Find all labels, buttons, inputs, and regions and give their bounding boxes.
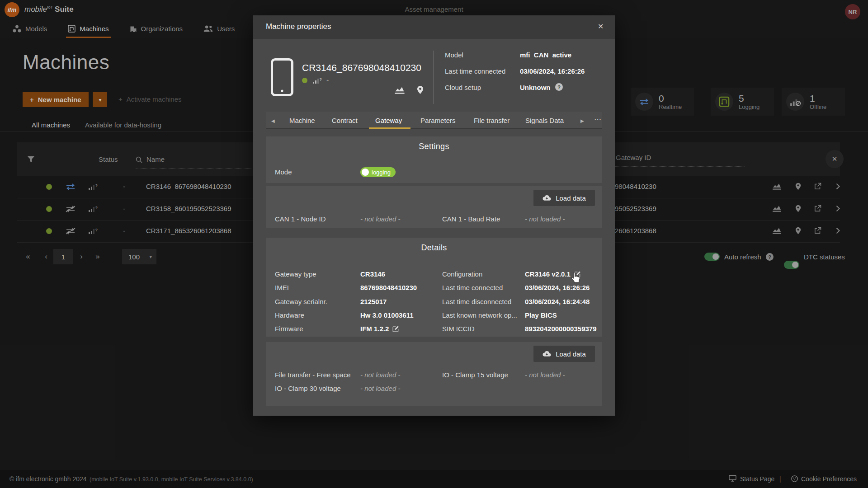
modal-machine-name: CR3146_867698048410230 <box>302 62 421 73</box>
tabs-scroll-left-icon[interactable]: ◀ <box>271 118 275 123</box>
free-space-label: File transfer - Free space <box>275 371 351 379</box>
info-divider <box>433 51 434 104</box>
firmware-value: IFM 1.2.2 <box>360 325 389 333</box>
cloud-download-icon <box>542 351 551 357</box>
clamp30-value: - not loaded - <box>360 385 400 392</box>
load-data-button[interactable]: Load data <box>533 190 595 206</box>
can1-baud-rate-value: - not loaded - <box>525 215 565 223</box>
hardware-value: Hw 3.0 01003611 <box>360 311 414 319</box>
can1-baud-rate-label: CAN 1 - Baud Rate <box>442 215 500 223</box>
firmware-value-row: IFM 1.2.2 <box>360 325 399 333</box>
configuration-value: CR3146 v2.0.1 <box>525 270 571 278</box>
tab-contract[interactable]: Contract <box>332 117 358 124</box>
firmware-label: Firmware <box>275 325 303 333</box>
more-tabs-icon[interactable]: ⋯ <box>594 115 601 123</box>
svg-text:?: ? <box>320 77 322 82</box>
load-data-label: Load data <box>556 350 586 358</box>
tab-parameters[interactable]: Parameters <box>420 117 456 124</box>
mouse-cursor <box>571 272 580 284</box>
free-space-value: - not loaded - <box>360 371 400 379</box>
imei-value: 867698048410230 <box>360 284 417 291</box>
imei-label: IMEI <box>275 284 289 291</box>
last-disconnected-value: 03/06/2024, 16:24:48 <box>525 298 590 305</box>
active-tab-underline <box>369 127 410 129</box>
sim-iccid-value: 8932042000000359379 <box>525 325 597 333</box>
tab-machine[interactable]: Machine <box>289 117 315 124</box>
can1-node-id-value: - not loaded - <box>360 215 400 223</box>
last-time-connected-value: 03/06/2024, 16:26:26 <box>520 67 585 75</box>
network-operator-label: Last known network op... <box>442 311 517 319</box>
configuration-label: Configuration <box>442 270 482 278</box>
modal-close-button[interactable]: ✕ <box>598 22 604 31</box>
last-disconnected-label: Last time disconnected <box>442 298 511 305</box>
tab-signals-data[interactable]: Signals Data <box>525 117 564 124</box>
device-tablet-icon <box>270 58 294 97</box>
hardware-label: Hardware <box>275 311 304 319</box>
gateway-serialnr-value: 2125017 <box>360 298 387 305</box>
tabs-scroll-right-icon[interactable]: ▶ <box>580 118 584 123</box>
settings-title: Settings <box>266 142 602 151</box>
tab-file-transfer[interactable]: File transfer <box>474 117 509 124</box>
details-last-connected-value: 03/06/2024, 16:26:26 <box>525 284 590 291</box>
network-operator-value: Play BICS <box>525 311 557 319</box>
load-data-button[interactable]: Load data <box>533 346 595 362</box>
cloud-download-icon <box>542 195 551 201</box>
clamp30-label: IO - Clamp 30 voltage <box>275 385 341 392</box>
clamp15-value: - not loaded - <box>525 371 565 379</box>
mode-label: Mode <box>275 168 292 176</box>
last-time-connected-label: Last time connected <box>445 67 505 75</box>
gateway-serialnr-label: Gateway serialnr. <box>275 298 327 305</box>
load-data-label: Load data <box>556 194 586 202</box>
cloud-setup-label: Cloud setup <box>445 84 481 91</box>
details-last-connected-label: Last time connected <box>442 284 503 291</box>
mode-toggle[interactable]: logging <box>360 167 396 177</box>
edit-icon[interactable] <box>392 325 399 332</box>
clamp15-label: IO - Clamp 15 voltage <box>442 371 508 379</box>
gateway-type-label: Gateway type <box>275 270 316 278</box>
signal-unknown-icon: ? <box>313 77 322 84</box>
cloud-setup-value: Unknown <box>520 84 551 91</box>
can1-node-id-label: CAN 1 - Node ID <box>275 215 326 223</box>
tab-gateway[interactable]: Gateway <box>375 117 402 124</box>
details-title: Details <box>266 243 602 253</box>
gateway-type-value: CR3146 <box>360 270 385 278</box>
model-value: mfi_CAN_active <box>520 51 571 59</box>
map-pin-icon[interactable] <box>417 85 424 94</box>
status-dot-icon <box>302 78 307 83</box>
toggle-knob <box>362 169 369 176</box>
modal-title: Machine properties <box>266 22 331 31</box>
model-label: Model <box>445 51 463 59</box>
sim-iccid-label: SIM ICCID <box>442 325 475 333</box>
modal-status-dash: - <box>326 76 329 84</box>
history-chart-icon[interactable] <box>394 86 405 94</box>
app-screen: ifm mobileIoTSuite Asset management NR M… <box>0 0 868 488</box>
mode-value: logging <box>372 169 391 176</box>
help-icon[interactable]: ? <box>555 83 563 91</box>
